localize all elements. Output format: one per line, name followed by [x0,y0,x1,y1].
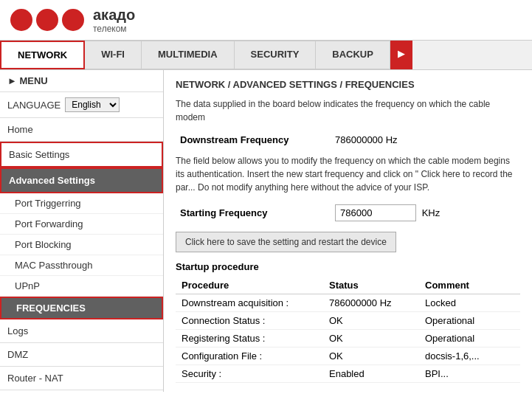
logo-telecom: телеком [93,24,135,34]
tab-wifi[interactable]: WI-FI [85,41,142,69]
tab-network[interactable]: NETWORK [0,41,85,69]
logo-akado: акадо [93,6,135,24]
starting-freq-unit: KHz [422,207,441,218]
tab-security[interactable]: SECURITY [235,41,317,69]
startup-comment: Operational [419,330,520,348]
startup-procedure: Security : [176,365,323,383]
sidebar-item-basic-settings[interactable]: Basic Settings [0,142,163,167]
starting-freq-input[interactable] [335,204,416,221]
starting-freq-row: Starting Frequency KHz [176,201,520,224]
desc-text-1: The data supplied in the board below ind… [176,97,520,124]
startup-procedure: Downstream acquisition : [176,294,323,312]
startup-comment: BPI... [419,365,520,383]
sidebar-menu-header: ► MENU [0,70,163,92]
tab-extra[interactable]: ▶ [390,41,412,69]
main-content: NETWORK / ADVANCED SETTINGS / FREQUENCIE… [164,70,532,392]
startup-procedure: Configuration File : [176,348,323,365]
breadcrumb: NETWORK / ADVANCED SETTINGS / FREQUENCIE… [176,79,520,90]
body-layout: ► MENU LANGUAGE English Russian Home Bas… [0,70,532,392]
startup-status: 786000000 Hz [323,294,419,312]
startup-table-row: Registering Status : OK Operational [176,330,520,348]
nav-tabs: NETWORK WI-FI MULTIMEDIA SECURITY BACKUP… [0,41,532,70]
language-select[interactable]: English Russian [65,97,120,112]
startup-status: OK [323,348,419,365]
sidebar-item-router-nat[interactable]: Router - NAT [0,367,163,390]
starting-freq-label: Starting Frequency [176,201,331,224]
startup-status: Enabled [323,365,419,383]
language-label: LANGUAGE [7,100,61,111]
downstream-value: 786000000 Hz [331,131,520,148]
startup-table-row: Downstream acquisition : 786000000 Hz Lo… [176,294,520,312]
sidebar-sub-frequencies[interactable]: FREQUENCIES [0,297,163,319]
tab-multimedia[interactable]: MULTIMEDIA [142,41,235,69]
save-restart-button[interactable]: Click here to save the setting and resta… [176,232,396,252]
logo: акадо телеком [10,6,135,34]
startup-procedure: Connection Status : [176,312,323,330]
startup-comment: Operational [419,312,520,330]
startup-comment: docsis-1,6,... [419,348,520,365]
sidebar-item-advanced-settings[interactable]: Advanced Settings [0,167,163,193]
sidebar-item-home[interactable]: Home [0,118,163,142]
col-comment: Comment [419,277,520,294]
sidebar-item-dmz[interactable]: DMZ [0,343,163,367]
startup-section: Startup procedure Procedure Status Comme… [176,261,520,383]
startup-table-row: Security : Enabled BPI... [176,365,520,383]
downstream-table: Downstream Frequency 786000000 Hz [176,131,520,148]
startup-table: Procedure Status Comment Downstream acqu… [176,277,520,383]
logo-circles [10,9,84,31]
col-status: Status [323,277,419,294]
circle3 [62,9,84,31]
logo-text-block: акадо телеком [93,6,135,34]
save-button-container: Click here to save the setting and resta… [176,232,520,252]
circle2 [36,9,58,31]
startup-status: OK [323,312,419,330]
downstream-label: Downstream Frequency [176,131,331,148]
header: акадо телеком [0,0,532,41]
sidebar-sub-port-triggering[interactable]: Port Triggerring [0,193,163,214]
sidebar-item-logs[interactable]: Logs [0,319,163,343]
startup-status: OK [323,330,419,348]
downstream-row: Downstream Frequency 786000000 Hz [176,131,520,148]
tab-backup[interactable]: BACKUP [316,41,390,69]
startup-comment: Locked [419,294,520,312]
col-procedure: Procedure [176,277,323,294]
sidebar-sub-port-forwarding[interactable]: Port Forwarding [0,214,163,235]
startup-table-row: Connection Status : OK Operational [176,312,520,330]
startup-title: Startup procedure [176,261,520,272]
sidebar: ► MENU LANGUAGE English Russian Home Bas… [0,70,164,392]
sidebar-sub-mac-passthrough[interactable]: MAC Passthrough [0,255,163,276]
sidebar-language: LANGUAGE English Russian [0,92,163,118]
startup-table-row: Configuration File : OK docsis-1,6,... [176,348,520,365]
starting-freq-table: Starting Frequency KHz [176,201,520,224]
startup-procedure: Registering Status : [176,330,323,348]
sidebar-sub-upnp[interactable]: UPnP [0,276,163,297]
sidebar-sub-port-blocking[interactable]: Port Blocking [0,235,163,255]
startup-header-row: Procedure Status Comment [176,277,520,294]
circle1 [10,9,32,31]
starting-freq-input-cell: KHz [331,201,520,224]
desc-text-2: The field below allows you to modify the… [176,154,520,194]
